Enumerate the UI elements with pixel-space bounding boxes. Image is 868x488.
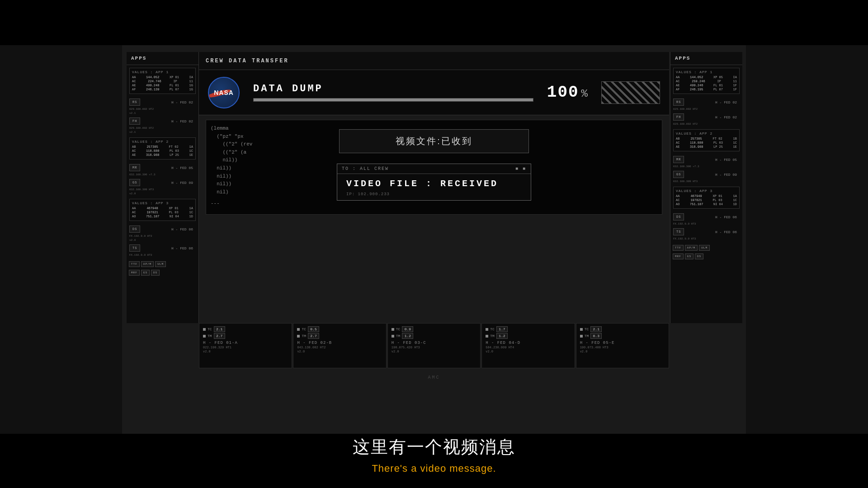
- val-row: AC 259.246 IP 11: [676, 80, 737, 83]
- val-row: AA 144.052 XP 05 IA: [676, 75, 737, 79]
- ts-right-button[interactable]: TS: [673, 228, 684, 235]
- fed-panel-ip-01: 022.190.329 HT1: [203, 346, 288, 349]
- gs-button-row: GS H - FED 09: [127, 177, 198, 188]
- ttf-right-button[interactable]: TTF: [673, 245, 684, 251]
- fed-panel-version-05: v2.0: [580, 350, 665, 353]
- tm-value-05: 0.3: [590, 333, 602, 339]
- tm-value-01: 2.7: [214, 333, 225, 339]
- terminal-section: (lemma ("pz" "px (("2" (rev (("2" (a nil…: [206, 120, 662, 215]
- video-received-ip: IP: 102.900.233: [337, 191, 531, 200]
- tc-row-03: TC 0.9: [392, 326, 476, 332]
- gs-ip: 032.100.309 HT3: [127, 188, 198, 192]
- mr-fed-label: H - FED 05: [142, 166, 196, 170]
- data-dump-section: NASA DATA DUMP 100 %: [199, 70, 669, 115]
- fh-right-button-row: FH H - FED 02: [670, 112, 742, 122]
- fed-panel-04: TC 1.7 TM 1.2 H - FED 04-D 504.230.009 H…: [481, 323, 575, 368]
- val-row: AC 197821 PL 03 1C: [676, 198, 737, 202]
- progress-bar-fill: [254, 99, 533, 101]
- apps-right-panel: APPS VALUES : APP 1 AA 144.052 XP 05 IA …: [670, 52, 742, 323]
- ds-button[interactable]: DS: [129, 225, 140, 233]
- percent-value: 100: [547, 83, 579, 102]
- mr-right-button[interactable]: MR: [673, 156, 684, 163]
- val-row: AC 197821 PL 03 1C: [132, 211, 193, 214]
- tm-row-04: TM 1.2: [486, 333, 571, 339]
- gs2-right-button[interactable]: GS: [685, 253, 693, 259]
- data-dump-info: DATA DUMP: [253, 83, 533, 102]
- fed-panel-title-03: H - FED 03-C: [392, 341, 476, 345]
- gs2-button[interactable]: GS: [141, 270, 150, 276]
- tm-dot-04: [486, 335, 488, 338]
- ds-right-fed-label: H - FED 06: [686, 215, 740, 219]
- tm-row-01: TM 2.7: [203, 333, 288, 339]
- tm-dot-05: [580, 335, 583, 338]
- mrf-button[interactable]: MRF: [129, 270, 140, 276]
- val-row: AC 110.880 PL 03 1C: [132, 149, 193, 153]
- terminal-ellipsis: ---: [211, 200, 657, 208]
- val-row: AF 246.195 PL 07 1F: [676, 88, 737, 91]
- bottom-panels-container: TC 2.1 TM 2.7 H - FED 01-A 022.190.329 H…: [199, 323, 669, 368]
- ts-button[interactable]: TS: [129, 244, 140, 252]
- fed-panel-version-02: v2.0: [297, 350, 382, 353]
- fed-panel-title-04: H - FED 04-D: [486, 341, 571, 345]
- fh-ip: 029.100.002 HT2: [127, 127, 198, 131]
- rs-right-button[interactable]: RS: [673, 99, 684, 106]
- values-app1-label: VALUES : APP 1: [132, 70, 193, 74]
- ulm-button[interactable]: ULM: [155, 261, 166, 267]
- ds2-right-button[interactable]: DS: [695, 253, 703, 259]
- percent-display: 100 %: [547, 83, 588, 102]
- val-row: AO 751.187 NI 04 1D: [676, 202, 737, 206]
- values-app2-label: VALUES : APP 2: [132, 140, 193, 144]
- header-bar: CREW DATA TRANSFER: [199, 52, 669, 70]
- tc-dot-02: [297, 328, 300, 331]
- ulm-right-button[interactable]: ULM: [699, 245, 710, 251]
- values-app1-right-block: VALUES : APP 1 AA 144.052 XP 05 IA AC 25…: [673, 68, 740, 94]
- amc-label: AMC: [428, 375, 440, 380]
- fh-button[interactable]: FH: [129, 117, 140, 125]
- gs-version: v2.0: [127, 192, 198, 196]
- gs-right-button[interactable]: GS: [673, 171, 684, 178]
- mr-right-button-row: MR H - FED 05: [670, 154, 742, 165]
- rs-ip: 029.100.002 HT2: [127, 108, 198, 112]
- rs-button[interactable]: RS: [129, 99, 140, 106]
- mrf-right-button[interactable]: MRF: [673, 253, 684, 259]
- val-row: AE 316.988 LP 25 1E: [676, 145, 737, 149]
- ts-right-fed-label: H - FED 06: [686, 230, 740, 234]
- fh-right-button[interactable]: FH: [673, 113, 684, 121]
- gs-right-fed-label: H - FED 09: [686, 173, 740, 177]
- top-bar: [0, 0, 868, 45]
- fed-panel-version-04: v2.0: [486, 350, 571, 353]
- ts-right-ip: FX.192.9.0 HT3: [670, 237, 742, 241]
- mr-right-fed-label: H - FED 05: [686, 158, 740, 162]
- apps-left-panel: APPS VALUES : APP 1 AA 144.052 XP 01 IA …: [127, 52, 199, 323]
- val-row: AE 499.246 FL 01 1F: [676, 84, 737, 87]
- fed-panel-01: TC 2.1 TM 2.7 H - FED 01-A 022.190.329 H…: [199, 323, 292, 368]
- ds-right-button[interactable]: DS: [673, 213, 684, 221]
- subtitle-english: There's a video message.: [0, 463, 868, 474]
- apm-button[interactable]: AP/M: [141, 261, 154, 267]
- mr-right-ip: 032.100.306 +7.3: [670, 165, 742, 169]
- fh-version: v2.1: [127, 131, 198, 135]
- apm-right-button[interactable]: AP/M: [685, 245, 698, 251]
- values-app2-right-label: VALUES : APP 2: [676, 131, 737, 136]
- gs-button[interactable]: GS: [129, 179, 140, 186]
- fed-panel-03: TC 0.9 TM 1.2 H - FED 03-C 190.075.420 H…: [387, 323, 481, 368]
- val-row: AA 467949 XP 01 1A: [676, 194, 737, 198]
- hatch-pattern-decoration: [601, 81, 660, 104]
- data-dump-title: DATA DUMP: [253, 83, 533, 94]
- ds-right-button-row: DS H - FED 06: [670, 211, 742, 222]
- ds-ip: FX.192.9.0 HT3: [127, 235, 198, 239]
- fed-panel-02: TC 0.5 TM 2.7 H - FED 02-B 043.130.002 H…: [293, 323, 386, 368]
- fh-button-row: FH H - FED 02: [127, 116, 198, 127]
- mr-button[interactable]: MR: [129, 164, 140, 171]
- ds2-button[interactable]: DS: [151, 270, 160, 276]
- tm-value-03: 1.2: [402, 333, 413, 339]
- apps-left-title: APPS: [127, 52, 198, 65]
- ttf-button[interactable]: TTF: [129, 261, 140, 267]
- fed-panel-title-02: H - FED 02-B: [297, 341, 382, 345]
- val-row: AB 257385 FT 02 1A: [132, 145, 193, 149]
- tm-row-03: TM 1.2: [392, 333, 476, 339]
- video-received-body: VIDEO FILE : RECEIVED: [337, 174, 531, 191]
- fed-panel-version-01: v2.0: [203, 350, 288, 353]
- fh-right-fed-label: H - FED 02: [686, 115, 740, 119]
- nasa-label: NASA: [214, 89, 234, 96]
